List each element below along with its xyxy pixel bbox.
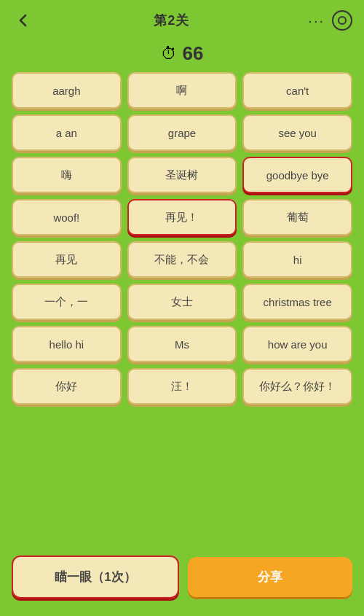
word-cell-20[interactable]: how are you [242,326,352,362]
word-cell-21[interactable]: 你好 [12,368,122,405]
word-cell-13[interactable]: 不能，不会 [127,241,237,278]
word-cell-2[interactable]: can't [242,72,352,109]
word-cell-10[interactable]: 再见！ [127,199,237,235]
bottom-bar: 瞄一眼（1次） 分享 [0,545,364,616]
word-cell-5[interactable]: see you [242,114,352,151]
word-cell-16[interactable]: 女士 [127,284,237,320]
word-cell-18[interactable]: hello hi [12,326,122,362]
word-cell-11[interactable]: 葡萄 [242,199,352,235]
word-grid: aargh啊can'ta angrapesee you嗨圣诞树goodbye b… [0,72,364,405]
word-cell-14[interactable]: hi [242,241,352,278]
word-cell-8[interactable]: goodbye bye [242,157,352,193]
word-cell-15[interactable]: 一个，一 [12,284,122,320]
page-title: 第2关 [154,12,189,29]
timer-count: 66 [183,42,204,65]
target-button[interactable] [332,10,352,31]
more-button[interactable]: ··· [308,12,325,29]
word-cell-9[interactable]: woof! [12,199,122,235]
word-cell-12[interactable]: 再见 [12,241,122,278]
share-button[interactable]: 分享 [188,557,352,597]
timer-icon: ⏱ [161,44,177,63]
word-cell-4[interactable]: grape [127,114,237,151]
word-cell-7[interactable]: 圣诞树 [127,157,237,193]
header: 第2关 ··· [0,0,364,38]
word-cell-19[interactable]: Ms [127,326,237,362]
word-cell-3[interactable]: a an [12,114,122,151]
word-cell-22[interactable]: 汪！ [127,368,237,405]
peek-button[interactable]: 瞄一眼（1次） [12,555,179,599]
word-cell-17[interactable]: christmas tree [242,284,352,320]
back-button[interactable] [12,9,35,32]
word-cell-6[interactable]: 嗨 [12,157,122,193]
word-cell-0[interactable]: aargh [12,72,122,109]
header-right: ··· [308,10,352,31]
timer-bar: ⏱ 66 [0,38,364,72]
word-cell-23[interactable]: 你好么？你好！ [242,368,352,405]
word-cell-1[interactable]: 啊 [127,72,237,109]
